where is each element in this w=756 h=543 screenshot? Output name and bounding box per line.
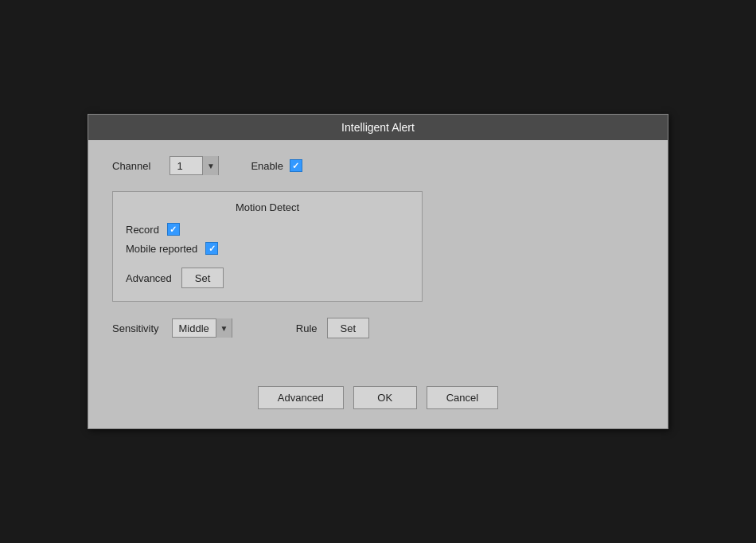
channel-enable-row: Channel 1 ▼ Enable <box>112 156 644 175</box>
channel-dropdown[interactable]: 1 ▼ <box>170 156 219 175</box>
ok-button[interactable]: OK <box>353 386 417 409</box>
dialog-body: Channel 1 ▼ Enable Motion Detect Record … <box>88 140 668 370</box>
rule-row: Rule Set <box>296 318 369 338</box>
channel-label: Channel <box>112 160 150 172</box>
sensitivity-label: Sensitivity <box>112 322 159 334</box>
dialog-title-bar: Intelligent Alert <box>88 115 668 140</box>
rule-set-button[interactable]: Set <box>327 318 370 338</box>
sensitivity-value: Middle <box>173 322 216 334</box>
record-checkbox[interactable] <box>167 223 180 236</box>
cancel-button[interactable]: Cancel <box>427 386 498 409</box>
channel-value: 1 <box>170 160 202 172</box>
rule-label: Rule <box>296 322 318 334</box>
record-label: Record <box>126 224 159 236</box>
mobile-reported-row: Mobile reported <box>126 242 409 255</box>
intelligent-alert-dialog: Intelligent Alert Channel 1 ▼ Enable Mot… <box>88 114 668 429</box>
enable-checkbox[interactable] <box>290 159 302 172</box>
mobile-reported-label: Mobile reported <box>126 243 197 255</box>
record-row: Record <box>126 223 409 236</box>
motion-detect-set-button[interactable]: Set <box>181 268 224 288</box>
enable-label: Enable <box>251 160 283 172</box>
sensitivity-rule-row: Sensitivity Middle ▼ Rule Set <box>112 318 644 338</box>
advanced-button[interactable]: Advanced <box>258 386 344 409</box>
mobile-reported-checkbox[interactable] <box>205 242 218 255</box>
channel-dropdown-arrow[interactable]: ▼ <box>202 156 218 175</box>
motion-detect-box: Motion Detect Record Mobile reported Adv… <box>112 191 423 302</box>
dialog-title: Intelligent Alert <box>341 121 415 134</box>
motion-detect-title: Motion Detect <box>126 201 409 213</box>
sensitivity-dropdown[interactable]: Middle ▼ <box>172 318 232 338</box>
enable-row: Enable <box>251 159 302 172</box>
sensitivity-row: Sensitivity Middle ▼ <box>112 318 232 338</box>
sensitivity-dropdown-arrow[interactable]: ▼ <box>216 318 232 338</box>
advanced-set-row: Advanced Set <box>126 268 409 288</box>
advanced-label: Advanced <box>126 272 172 284</box>
footer-buttons: Advanced OK Cancel <box>88 370 668 428</box>
